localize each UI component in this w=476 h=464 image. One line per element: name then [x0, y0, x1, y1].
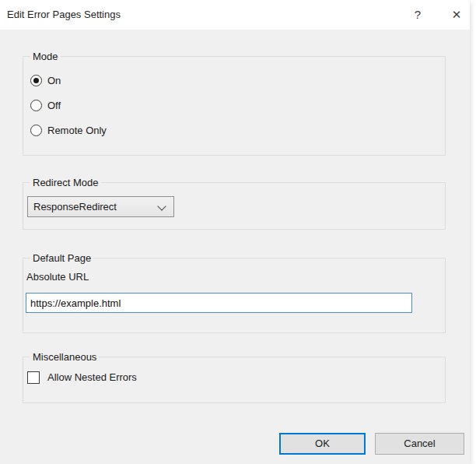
- mode-groupbox: Mode On Off Remote Only: [23, 56, 446, 156]
- radio-off-label[interactable]: Off: [47, 100, 61, 111]
- allow-nested-errors-checkbox[interactable]: [27, 371, 40, 384]
- help-icon[interactable]: ?: [406, 0, 429, 30]
- window-title: Edit Error Pages Settings: [7, 0, 121, 30]
- close-icon[interactable]: ✕: [445, 0, 468, 30]
- mode-group-label: Mode: [30, 51, 61, 62]
- absolute-url-label: Absolute URL: [26, 271, 89, 283]
- edit-error-pages-settings-dialog: Edit Error Pages Settings ? ✕ Mode On Of…: [0, 0, 470, 464]
- redirect-mode-groupbox: Redirect Mode ResponseRedirect: [23, 182, 446, 230]
- ok-button[interactable]: OK: [279, 433, 366, 455]
- title-bar: Edit Error Pages Settings ? ✕: [0, 0, 470, 30]
- radio-off-icon[interactable]: [30, 100, 42, 111]
- default-page-group-label: Default Page: [30, 252, 93, 264]
- radio-on-label[interactable]: On: [47, 75, 61, 86]
- miscellaneous-group-label: Miscellaneous: [30, 351, 99, 363]
- default-page-groupbox: Default Page Absolute URL: [23, 258, 446, 333]
- radio-remote-only-icon[interactable]: [30, 125, 42, 136]
- radio-row-remote-only[interactable]: Remote Only: [23, 125, 257, 137]
- redirect-mode-group-label: Redirect Mode: [30, 177, 101, 188]
- miscellaneous-groupbox: Miscellaneous Allow Nested Errors: [23, 357, 446, 403]
- redirect-mode-dropdown-value: ResponseRedirect: [33, 197, 117, 216]
- chevron-down-icon: [157, 202, 166, 210]
- radio-row-on[interactable]: On: [23, 75, 257, 87]
- redirect-mode-dropdown[interactable]: ResponseRedirect: [27, 196, 174, 217]
- allow-nested-errors-label[interactable]: Allow Nested Errors: [47, 371, 137, 384]
- cancel-button[interactable]: Cancel: [375, 433, 464, 455]
- radio-remote-only-label[interactable]: Remote Only: [47, 125, 107, 136]
- radio-row-off[interactable]: Off: [23, 100, 257, 112]
- absolute-url-input[interactable]: [26, 293, 412, 313]
- radio-on-icon[interactable]: [30, 75, 42, 86]
